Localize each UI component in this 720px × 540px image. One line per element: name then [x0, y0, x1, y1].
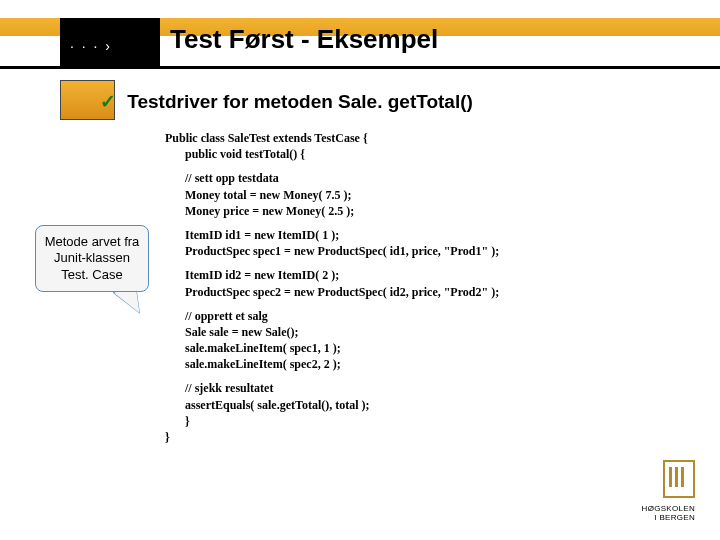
code-line: ItemID id2 = new ItemID( 2 ); — [185, 267, 645, 283]
code-line: public void testTotal() { — [185, 146, 645, 162]
code-line: // sjekk resultatet — [185, 380, 645, 396]
bullet-text: Testdriver for metoden Sale. getTotal() — [127, 91, 473, 112]
code-line: sale.makeLineItem( spec2, 2 ); — [185, 356, 645, 372]
logo-text-line1: HØGSKOLEN — [642, 504, 695, 513]
code-line: Money total = new Money( 7.5 ); — [185, 187, 645, 203]
checkmark-icon: ✓ — [100, 91, 116, 112]
title-underline — [0, 66, 720, 69]
code-block: Public class SaleTest extends TestCase {… — [165, 130, 645, 445]
slide-title: Test Først - Eksempel — [170, 24, 438, 55]
code-line: // opprett et salg — [185, 308, 645, 324]
logo: HØGSKOLEN I BERGEN — [642, 460, 695, 522]
logo-text-line2: I BERGEN — [642, 513, 695, 522]
code-line: ItemID id1 = new ItemID( 1 ); — [185, 227, 645, 243]
code-line: ProductSpec spec2 = new ProductSpec( id2… — [185, 284, 645, 300]
dots-arrow-icon: · · · › — [70, 38, 112, 54]
bullet-line: ✓ Testdriver for metoden Sale. getTotal(… — [100, 90, 473, 113]
code-line: ProductSpec spec1 = new ProductSpec( id1… — [185, 243, 645, 259]
code-line: // sett opp testdata — [185, 170, 645, 186]
code-line: sale.makeLineItem( spec1, 1 ); — [185, 340, 645, 356]
callout-box: Metode arvet fra Junit-klassen Test. Cas… — [35, 225, 149, 292]
code-line: } — [165, 430, 170, 444]
code-line: Sale sale = new Sale(); — [185, 324, 645, 340]
code-line: Public class SaleTest extends TestCase { — [165, 131, 368, 145]
logo-icon — [663, 460, 695, 498]
code-line: Money price = new Money( 2.5 ); — [185, 203, 645, 219]
code-line: assertEquals( sale.getTotal(), total ); — [185, 397, 645, 413]
title-bar: · · · › Test Først - Eksempel — [0, 18, 720, 66]
code-line: } — [185, 413, 645, 429]
